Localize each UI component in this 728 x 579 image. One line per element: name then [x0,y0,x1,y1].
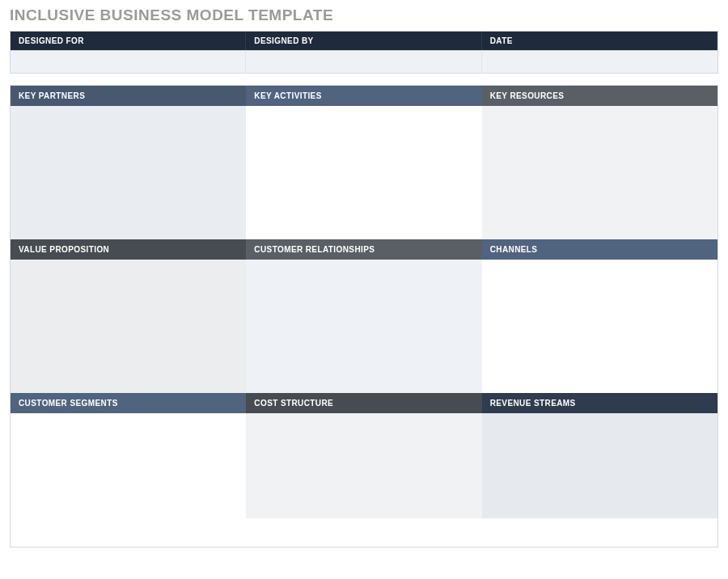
meta-field-designed-by[interactable] [246,50,481,73]
header-value-proposition: VALUE PROPOSITION [11,239,246,260]
meta-header-designed-by: DESIGNED BY [246,32,481,50]
cell-key-partners[interactable] [11,106,246,239]
meta-field-designed-for[interactable] [11,50,246,73]
header-key-resources: KEY RESOURCES [482,86,717,106]
meta-field-date[interactable] [482,50,717,73]
header-customer-relationships: CUSTOMER RELATIONSHIPS [246,239,481,260]
header-key-activities: KEY ACTIVITIES [246,86,481,106]
meta-table: DESIGNED FOR DESIGNED BY DATE [10,31,718,74]
cell-customer-segments[interactable] [11,413,246,518]
cell-cost-structure[interactable] [246,413,481,518]
canvas-grid: KEY PARTNERS KEY ACTIVITIES KEY RESOURCE… [10,85,718,547]
header-key-partners: KEY PARTNERS [11,86,246,106]
header-channels: CHANNELS [482,239,717,260]
meta-header-designed-for: DESIGNED FOR [11,32,246,50]
meta-header-date: DATE [482,32,717,50]
page-title: INCLUSIVE BUSINESS MODEL TEMPLATE [10,6,718,24]
cell-key-resources[interactable] [482,106,717,239]
cell-value-proposition[interactable] [11,260,246,393]
cell-customer-relationships[interactable] [246,260,481,393]
cell-revenue-streams[interactable] [482,413,717,518]
cell-channels[interactable] [482,260,717,393]
header-customer-segments: CUSTOMER SEGMENTS [11,393,246,413]
cell-key-activities[interactable] [246,106,481,239]
header-revenue-streams: REVENUE STREAMS [482,393,717,413]
header-cost-structure: COST STRUCTURE [246,393,481,413]
